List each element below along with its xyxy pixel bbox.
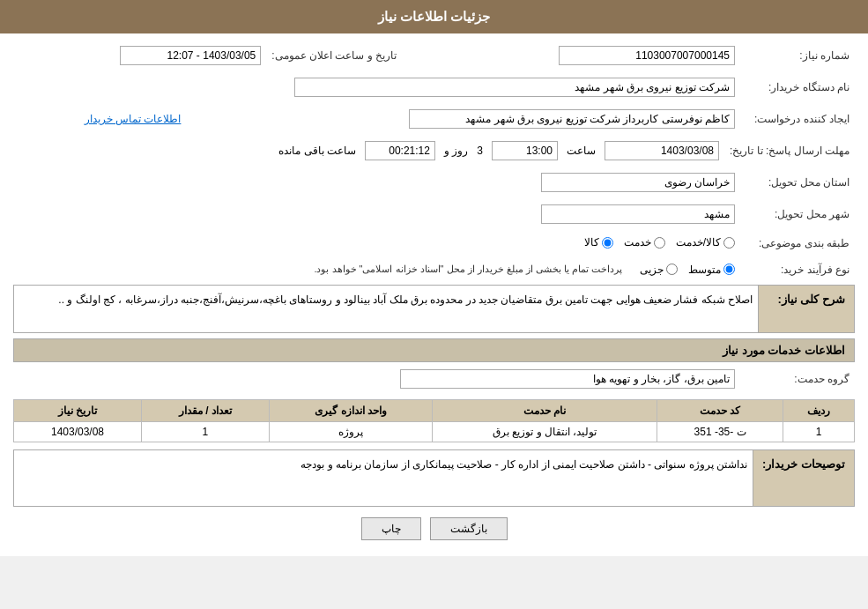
group-service-label: گروه حدمت: xyxy=(740,366,855,392)
services-table: ردیف کد حدمت نام حدمت واحد اندازه گیری ت… xyxy=(13,399,855,442)
send-days-label: روز و xyxy=(444,145,468,157)
header-title: جزئیات اطلاعات نیاز xyxy=(378,9,490,24)
category-radio-group: کالا/خدمت خدمت کالا xyxy=(584,236,735,249)
services-section-title: اطلاعات خدمات مورد نیاز xyxy=(13,338,855,362)
category-label: طبقه بندی موضوعی: xyxy=(740,233,855,255)
info-table-row1: شماره نیاز: 1103007007000145 تاریخ و ساع… xyxy=(13,42,855,69)
purchase-type-label: نوع فرآیند خرید: xyxy=(740,260,855,279)
info-table-buyer: نام دستگاه خریدار: شرکت توزیع نیروی برق … xyxy=(13,74,855,100)
province-label: استان محل تحویل: xyxy=(740,169,855,196)
col-row: ردیف xyxy=(783,399,855,421)
back-button[interactable]: بازگشت xyxy=(430,517,508,540)
purchase-type-partial[interactable]: جزیی xyxy=(640,264,678,276)
info-table-group-service: گروه حدمت: تامین برق، گاز، بخار و تهویه … xyxy=(13,366,855,392)
buyer-notes-text: نداشتن پروژه سنواتی - داشتن صلاحیت ایمنی… xyxy=(13,449,753,507)
remaining-label: ساعت باقی مانده xyxy=(278,145,356,157)
need-number-label: شماره نیاز: xyxy=(740,42,855,69)
description-text: اصلاح شبکه فشار ضعیف هوایی جهت تامین برق… xyxy=(13,285,758,333)
buyer-notes-wrapper: توصیحات خریدار: نداشتن پروژه سنواتی - دا… xyxy=(13,449,855,507)
remaining-value: 00:21:12 xyxy=(365,141,435,160)
info-table-category: طبقه بندی موضوعی: کالا/خدمت خدمت کالا xyxy=(13,233,855,255)
description-section-label: شرح کلی نیاز: xyxy=(758,285,855,333)
info-table-province: استان محل تحویل: خراسان رضوی xyxy=(13,169,855,196)
buyer-org-value: شرکت توزیع نیروی برق شهر مشهد xyxy=(294,78,735,97)
buyer-notes-label: توصیحات خریدار: xyxy=(753,449,855,507)
page-header: جزئیات اطلاعات نیاز xyxy=(0,0,868,33)
purchase-type-note: پرداخت تمام یا بخشی از مبلغ خریدار از مح… xyxy=(314,264,622,275)
city-label: شهر محل تحویل: xyxy=(740,201,855,227)
col-name: نام حدمت xyxy=(433,399,657,421)
info-table-senddate: مهلت ارسال پاسخ: تا تاریخ: 1403/03/08 سا… xyxy=(13,137,855,164)
send-date-label: مهلت ارسال پاسخ: تا تاریخ: xyxy=(724,137,855,164)
purchase-type-radio-group: متوسط جزیی xyxy=(640,264,735,276)
buyer-org-label: نام دستگاه خریدار: xyxy=(740,74,855,100)
col-code: کد حدمت xyxy=(657,399,783,421)
contact-link[interactable]: اطلاعات تماس خریدار xyxy=(85,113,182,125)
button-group: بازگشت چاپ xyxy=(13,517,855,540)
info-table-purchase-type: نوع فرآیند خرید: متوسط جزیی پرداخت تمام … xyxy=(13,260,855,279)
category-option-goods[interactable]: کالا xyxy=(584,236,613,249)
send-days-value: 3 xyxy=(477,145,483,157)
content-area: شماره نیاز: 1103007007000145 تاریخ و ساع… xyxy=(0,33,868,556)
col-date: تاریخ نیاز xyxy=(14,399,142,421)
send-date-value: 1403/03/08 xyxy=(605,141,719,160)
category-option-goods-service[interactable]: کالا/خدمت xyxy=(676,236,735,249)
purchase-type-medium[interactable]: متوسط xyxy=(688,264,735,276)
print-button[interactable]: چاپ xyxy=(361,517,421,540)
table-row: 1ت -35- 351تولید، انتقال و توزیع برقپروژ… xyxy=(14,421,855,442)
page-wrapper: جزئیات اطلاعات نیاز شماره نیاز: 11030070… xyxy=(0,0,868,556)
send-time-label: ساعت xyxy=(567,145,596,157)
creator-label: ایجاد کننده درخواست: xyxy=(740,106,855,132)
info-table-city: شهر محل تحویل: مشهد xyxy=(13,201,855,227)
description-section-wrapper: شرح کلی نیاز: اصلاح شبکه فشار ضعیف هوایی… xyxy=(13,285,855,333)
group-service-value: تامین برق، گاز، بخار و تهویه هوا xyxy=(400,369,735,389)
col-unit: واحد اندازه گیری xyxy=(269,399,433,421)
need-number-value: 1103007007000145 xyxy=(559,46,735,65)
city-value: مشهد xyxy=(541,204,735,224)
creator-value: کاظم نوفرستی کاربرداز شرکت توزیع نیروی ب… xyxy=(409,109,735,129)
category-option-service[interactable]: خدمت xyxy=(624,236,665,249)
col-qty: تعداد / مقدار xyxy=(142,399,270,421)
send-time-value: 13:00 xyxy=(492,141,558,160)
province-value: خراسان رضوی xyxy=(541,173,735,192)
announce-label: تاریخ و ساعت اعلان عمومی: xyxy=(266,42,402,69)
info-table-creator: ایجاد کننده درخواست: کاظم نوفرستی کاربرد… xyxy=(13,106,855,132)
announce-value: 1403/03/05 - 12:07 xyxy=(120,46,261,65)
